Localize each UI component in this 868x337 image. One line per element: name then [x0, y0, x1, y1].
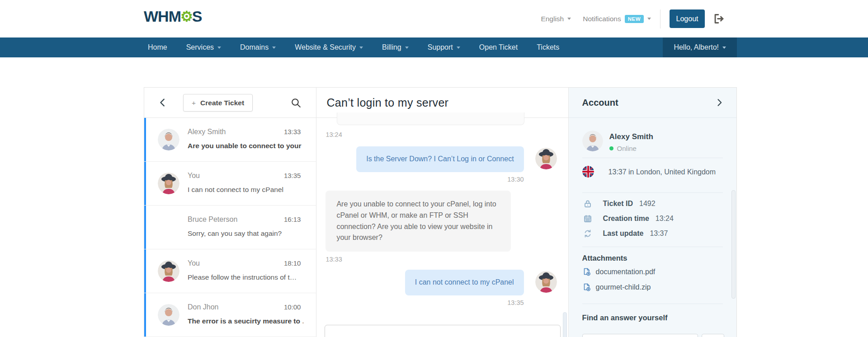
knowledgebase-search-button[interactable] [702, 334, 724, 337]
calendar-icon [583, 214, 592, 223]
detail-value: 13:37 [650, 229, 668, 238]
message-bubble-received: Are you unable to connect to your cPanel… [326, 191, 511, 252]
ticket-subject: Can’t login to my server [326, 96, 448, 109]
ticket-time: 13:33 [284, 128, 301, 136]
user-menu[interactable]: Hello, Alberto! [663, 37, 737, 57]
divider [582, 192, 723, 193]
nav-item-services[interactable]: Services [177, 37, 231, 57]
ticket-item[interactable]: Don Jhon 10:00 The error is a seucirty m… [144, 293, 316, 337]
ticket-preview: Sorry, can you say that again? [188, 229, 303, 238]
detail-value: 13:24 [656, 215, 674, 223]
unread-indicator [144, 293, 146, 337]
avatar [535, 271, 557, 293]
chat-scrollbar[interactable] [563, 312, 567, 337]
unread-indicator [144, 162, 146, 205]
account-scrollbar[interactable] [731, 190, 736, 299]
chevron-down-icon [647, 18, 651, 20]
uk-flag-icon [582, 166, 594, 178]
reply-input[interactable] [325, 325, 561, 337]
detail-label: Ticket ID [603, 200, 633, 208]
chevron-down-icon [722, 47, 726, 49]
ticket-sender: You [188, 259, 200, 267]
ticket-preview: Please follow the instructions of t… [188, 273, 303, 281]
create-ticket-label: Create Ticket [200, 99, 244, 107]
create-ticket-button[interactable]: + Create Ticket [183, 94, 253, 112]
nav-item-support[interactable]: Support [418, 37, 470, 57]
ticket-list-header: + Create Ticket [144, 88, 316, 118]
divider [582, 247, 723, 247]
file-download-icon [582, 267, 591, 276]
exit-icon[interactable] [713, 13, 725, 25]
avatar [535, 148, 557, 169]
ticket-time: 18:10 [284, 259, 301, 267]
nav-item-home[interactable]: Home [138, 37, 177, 57]
ticket-item[interactable]: You 13:35 I can not connect to my cPanel [144, 162, 316, 206]
knowledgebase-search-input[interactable] [582, 334, 698, 337]
ticket-sender: Alexy Smith [188, 128, 226, 136]
attachment-item[interactable]: documentation.pdf [582, 267, 656, 276]
header-utilities: English Notifications NEW Logout [541, 0, 725, 37]
ticket-preview: Are you unable to connect to your … [188, 142, 303, 150]
logo-text-whm: WHM [144, 8, 181, 25]
chevron-down-icon [359, 47, 363, 49]
ticket-list-panel: + Create Ticket Alexy Smith 13:33 Are yo… [144, 88, 316, 337]
ticket-preview: I can not connect to my cPanel [188, 186, 303, 194]
ticket-time: 10:00 [284, 303, 301, 311]
attachment-name: documentation.pdf [596, 268, 656, 276]
detail-value: 1492 [639, 200, 656, 208]
language-selector[interactable]: English [541, 15, 571, 23]
file-download-icon [582, 283, 591, 292]
logo-text-s: S [192, 8, 202, 25]
nav-item-website-security[interactable]: Website & Security [285, 37, 373, 57]
find-answer-heading: Find an answer yourself [582, 314, 668, 322]
account-title: Account [582, 98, 618, 108]
avatar [158, 129, 179, 150]
message-bubble-sent: I can not connect to my cPanel [405, 270, 524, 295]
account-panel: Account Alexy Smith Online [569, 88, 736, 337]
logout-button[interactable]: Logout [670, 9, 705, 28]
forward-icon[interactable] [715, 98, 724, 107]
plus-icon: + [192, 99, 196, 107]
divider [582, 158, 723, 158]
ticket-sender: You [188, 172, 200, 180]
avatar [158, 260, 179, 282]
ticket-time: 16:13 [284, 215, 301, 223]
attachment-item[interactable]: gourmet-child.zip [582, 283, 651, 292]
detail-label: Last update [603, 229, 644, 238]
nav-item-domains[interactable]: Domains [231, 37, 285, 57]
whmcs-logo[interactable]: WHM⚙S [144, 8, 202, 25]
chevron-down-icon [457, 47, 460, 49]
ticket-list: Alexy Smith 13:33 Are you unable to conn… [144, 118, 316, 337]
local-time: 13:37 in London, United Kingdom [609, 168, 716, 176]
avatar [582, 131, 603, 151]
account-user-name: Alexy Smith [609, 132, 653, 141]
unread-indicator [144, 249, 146, 293]
language-label: English [541, 15, 564, 23]
notifications-menu[interactable]: Notifications NEW [583, 15, 651, 23]
online-dot-icon [609, 146, 613, 150]
message-time: 13:35 [507, 299, 524, 306]
nav-item-tickets[interactable]: Tickets [527, 37, 569, 57]
unread-indicator [144, 206, 146, 249]
ticket-item[interactable]: Bruce Peterson 16:13 Sorry, can you say … [144, 206, 316, 249]
nav-item-open-ticket[interactable]: Open Ticket [470, 37, 527, 57]
nav-item-billing[interactable]: Billing [373, 37, 418, 57]
attachments-heading: Attachments [582, 254, 627, 262]
back-icon[interactable] [158, 98, 168, 108]
chevron-down-icon [405, 47, 409, 49]
message-time: 13:24 [326, 131, 342, 138]
account-header: Account [569, 88, 736, 118]
notifications-label: Notifications [583, 15, 621, 23]
refresh-icon [583, 229, 592, 238]
search-icon[interactable] [290, 97, 302, 108]
ticket-item[interactable]: You 18:10 Please follow the instructions… [144, 249, 316, 293]
conversation-panel: Can’t login to my server 13:24 Is the Se… [316, 88, 568, 337]
ticket-item[interactable]: Alexy Smith 13:33 Are you unable to conn… [144, 118, 316, 162]
last-update-row: Last update 13:37 [583, 229, 668, 238]
ticket-id-row: Ticket ID 1492 [583, 199, 656, 208]
message-time: 13:33 [326, 256, 342, 263]
greeting-label: Hello, Alberto! [674, 43, 719, 51]
account-status: Online [609, 145, 637, 152]
whmcs-client-area: WHM⚙S English Notifications NEW Logout [0, 0, 868, 337]
divider [660, 9, 660, 28]
